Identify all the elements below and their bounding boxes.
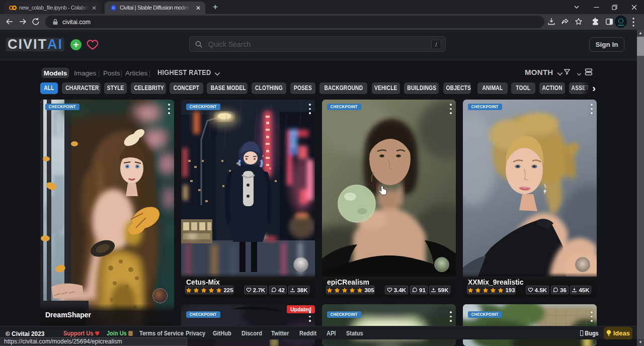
svg-text:C: C [112, 6, 115, 10]
